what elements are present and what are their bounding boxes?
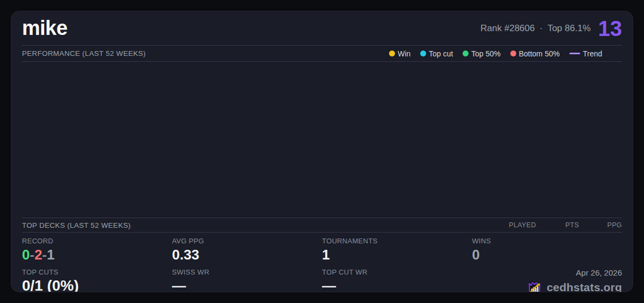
legend-top-cut: Top cut bbox=[420, 49, 453, 58]
stat-wins: WINS 0 bbox=[472, 237, 623, 268]
column-ppg: PPG bbox=[579, 221, 622, 229]
top-decks-title: TOP DECKS (LAST 52 WEEKS) bbox=[22, 221, 131, 229]
legend-top-50: Top 50% bbox=[463, 49, 500, 58]
top-cuts-value: 0/1 (0%) bbox=[22, 278, 172, 292]
legend-trend-label: Trend bbox=[583, 49, 602, 58]
record-dash-1: - bbox=[30, 247, 34, 263]
bottom-50-dot-icon bbox=[510, 50, 516, 56]
stats-grid: RECORD 0-2-1 AVG PPG 0.33 TOURNAMENTS 1 … bbox=[22, 233, 622, 292]
column-played: PLAYED bbox=[493, 221, 536, 229]
player-stats-card: mike Rank #28606 · Top 86.1% 13 PERFORMA… bbox=[11, 11, 633, 292]
top-decks-section-header: TOP DECKS (LAST 52 WEEKS) PLAYED PTS PPG bbox=[22, 218, 622, 233]
performance-section-header: PERFORMANCE (LAST 52 WEEKS) Win Top cut … bbox=[22, 46, 622, 62]
rank-text: Rank #28606 bbox=[480, 23, 535, 34]
avg-ppg-label: AVG PPG bbox=[172, 237, 323, 245]
top-cut-dot-icon bbox=[420, 50, 426, 56]
stat-record: RECORD 0-2-1 bbox=[22, 237, 172, 268]
record-wins: 0 bbox=[22, 247, 30, 263]
stat-avg-ppg: AVG PPG 0.33 bbox=[172, 237, 323, 268]
legend-bottom-50: Bottom 50% bbox=[510, 49, 560, 58]
top-cut-wr-label: TOP CUT WR bbox=[322, 268, 472, 276]
record-losses: 2 bbox=[34, 247, 42, 263]
performance-title: PERFORMANCE (LAST 52 WEEKS) bbox=[22, 49, 146, 57]
chart-legend: Win Top cut Top 50% Bottom 50% Trend bbox=[389, 49, 622, 58]
record-dash-2: - bbox=[42, 247, 47, 263]
tournaments-label: TOURNAMENTS bbox=[322, 237, 472, 245]
cedhstats-logo-icon bbox=[526, 279, 543, 292]
rank-separator: · bbox=[539, 23, 543, 34]
swiss-wr-label: SWISS WR bbox=[172, 268, 323, 276]
footer-brand-cell: Apr 26, 2026 cedhstats.org bbox=[472, 268, 623, 292]
top-cut-wr-value: — bbox=[322, 278, 472, 292]
header-right: Rank #28606 · Top 86.1% 13 bbox=[480, 18, 622, 39]
wins-value: 0 bbox=[472, 247, 623, 263]
legend-top-50-label: Top 50% bbox=[471, 49, 500, 58]
record-draws: 1 bbox=[47, 247, 54, 263]
points-value: 13 bbox=[598, 18, 623, 39]
card-date: Apr 26, 2026 bbox=[576, 268, 622, 277]
win-dot-icon bbox=[389, 50, 395, 56]
avg-ppg-value: 0.33 bbox=[172, 247, 323, 263]
top-percent-text: Top 86.1% bbox=[547, 23, 590, 34]
rank-line: Rank #28606 · Top 86.1% bbox=[480, 23, 590, 34]
card-header: mike Rank #28606 · Top 86.1% 13 bbox=[22, 11, 622, 46]
top-cuts-label: TOP CUTS bbox=[22, 268, 172, 276]
stat-tournaments: TOURNAMENTS 1 bbox=[322, 237, 472, 268]
performance-chart bbox=[22, 62, 622, 218]
top-50-dot-icon bbox=[463, 50, 469, 56]
legend-bottom-50-label: Bottom 50% bbox=[519, 49, 560, 58]
legend-trend: Trend bbox=[569, 49, 602, 58]
legend-top-cut-label: Top cut bbox=[429, 49, 453, 58]
brand-row: cedhstats.org bbox=[526, 279, 622, 292]
record-label: RECORD bbox=[22, 237, 172, 245]
wins-label: WINS bbox=[472, 237, 623, 245]
tournaments-value: 1 bbox=[322, 247, 472, 263]
trend-line-icon bbox=[569, 53, 580, 54]
stat-swiss-wr: SWISS WR — bbox=[172, 268, 323, 292]
column-pts: PTS bbox=[536, 221, 579, 229]
stat-top-cut-wr: TOP CUT WR — bbox=[322, 268, 472, 292]
player-name: mike bbox=[22, 17, 68, 40]
legend-win-label: Win bbox=[398, 49, 411, 58]
legend-win: Win bbox=[389, 49, 411, 58]
record-value: 0-2-1 bbox=[22, 247, 172, 263]
brand-name: cedhstats.org bbox=[547, 281, 622, 292]
top-decks-columns: PLAYED PTS PPG bbox=[493, 221, 622, 229]
swiss-wr-value: — bbox=[172, 278, 323, 292]
stat-top-cuts: TOP CUTS 0/1 (0%) bbox=[22, 268, 172, 292]
